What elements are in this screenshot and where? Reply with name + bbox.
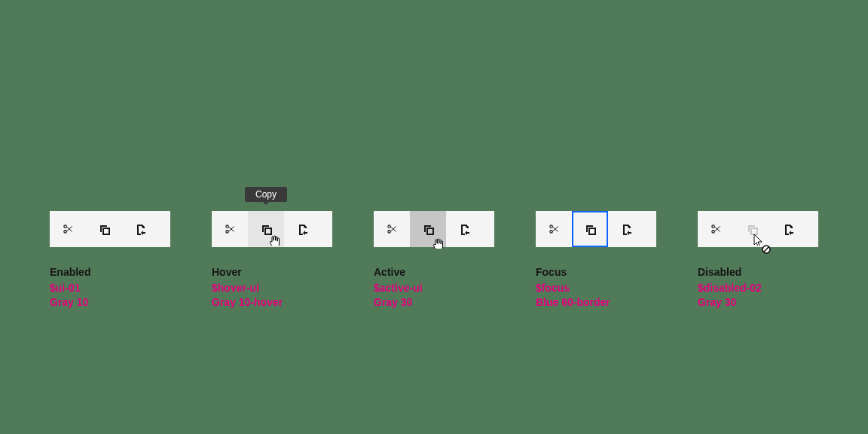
state-name: Hover [212,265,332,280]
cursor-hand-icon [432,237,445,249]
paste-button[interactable] [770,211,806,247]
copy-icon [98,223,110,235]
copy-button[interactable] [86,211,122,247]
state-token: $focus [536,281,656,295]
tooltip: Copy [245,187,287,202]
toolbar [50,211,170,247]
state-desc: Gray 10 [50,295,170,310]
paste-icon [620,223,632,235]
label-hover: Hover $hover-ui Gray 10-hover [212,265,332,310]
state-focus [536,211,656,247]
cut-button[interactable] [50,211,86,247]
state-name: Disabled [698,265,818,280]
label-focus: Focus $focus Blue 60-border [536,265,656,310]
copy-button [734,211,770,247]
state-name: Active [374,265,494,280]
paste-button[interactable] [608,211,644,247]
cut-icon [62,223,74,235]
cut-button[interactable] [212,211,248,247]
toolbar-states-row: Copy [50,211,818,247]
state-desc: Blue 60-border [536,295,656,310]
paste-button[interactable] [284,211,320,247]
cut-button[interactable] [536,211,572,247]
toolbar [374,211,494,247]
cut-button[interactable] [374,211,410,247]
cut-icon [224,223,236,235]
copy-icon [584,223,596,235]
state-name: Enabled [50,265,170,280]
paste-icon [296,223,308,235]
cut-icon [386,223,398,235]
toolbar: Copy [212,211,332,247]
state-disabled [698,211,818,247]
paste-icon [782,223,794,235]
state-desc: Gray 10-hover [212,295,332,310]
state-token: $active-ui [374,281,494,295]
paste-icon [458,223,470,235]
state-active [374,211,494,247]
paste-icon [134,223,146,235]
cut-button[interactable] [698,211,734,247]
toolbar [536,211,656,247]
copy-button[interactable]: Copy [248,211,284,247]
state-token: $ui-01 [50,281,170,295]
cursor-hand-icon [269,234,281,246]
state-token: $hover-ui [212,281,332,295]
state-token: $disabled-02 [698,281,818,295]
state-enabled [50,211,170,247]
state-name: Focus [536,265,656,280]
state-hover: Copy [212,211,332,247]
state-desc: Gray 30 [374,295,494,310]
copy-icon [422,223,434,235]
paste-button[interactable] [446,211,482,247]
paste-button[interactable] [122,211,158,247]
state-desc: Gray 30 [698,295,818,310]
label-enabled: Enabled $ui-01 Gray 10 [50,265,170,310]
label-disabled: Disabled $disabled-02 Gray 30 [698,265,818,310]
cut-icon [548,223,560,235]
labels-row: Enabled $ui-01 Gray 10 Hover $hover-ui G… [50,265,818,310]
cut-icon [710,223,722,235]
copy-button[interactable] [572,211,608,247]
copy-button[interactable] [410,211,446,247]
toolbar [698,211,818,247]
label-active: Active $active-ui Gray 30 [374,265,494,310]
